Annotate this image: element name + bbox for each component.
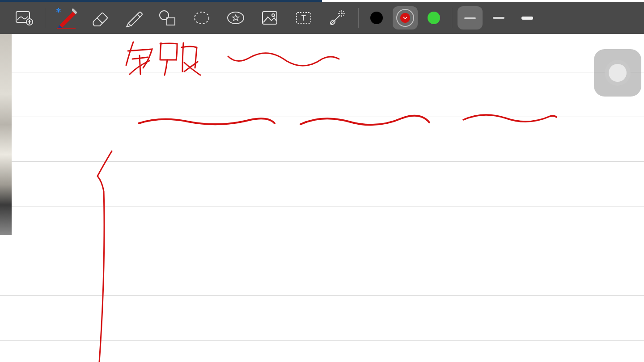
- svg-point-10: [272, 14, 275, 17]
- favorite-tool-icon: [226, 10, 245, 25]
- insert-image-button[interactable]: [9, 4, 39, 32]
- stroke-thick-button[interactable]: [515, 6, 540, 29]
- medium-stroke-icon: [493, 17, 504, 19]
- image-tool-button[interactable]: [254, 4, 285, 32]
- red-swatch-icon: [400, 13, 410, 23]
- svg-text:✻: ✻: [56, 7, 61, 14]
- laser-tool-button[interactable]: [322, 4, 353, 32]
- thin-stroke-icon: [464, 17, 476, 19]
- shape-tool-icon: [158, 9, 178, 27]
- color-black-button[interactable]: [364, 6, 389, 29]
- assistive-touch-button[interactable]: [594, 49, 641, 97]
- svg-line-4: [97, 18, 102, 23]
- insert-image-icon: [15, 10, 33, 25]
- eraser-icon: [90, 9, 110, 27]
- main-toolbar: ✻: [0, 2, 644, 34]
- pen-icon: ✻: [53, 7, 78, 29]
- highlighter-icon: [124, 8, 144, 28]
- svg-point-8: [228, 12, 244, 24]
- green-swatch-icon: [428, 12, 440, 24]
- color-red-button[interactable]: [393, 6, 418, 29]
- toolbar-divider: [45, 8, 45, 28]
- highlighter-tool-button[interactable]: [119, 4, 149, 32]
- text-box-icon: T: [296, 11, 312, 25]
- lasso-icon: [193, 10, 211, 25]
- image-icon: [262, 11, 278, 25]
- thick-stroke-icon: [521, 17, 533, 20]
- drawing-canvas[interactable]: [0, 34, 644, 362]
- ruled-paper-background: [0, 34, 644, 362]
- text-tool-button[interactable]: T: [288, 4, 319, 32]
- top-progress-bar: [0, 0, 322, 2]
- eraser-tool-button[interactable]: [85, 4, 115, 32]
- stroke-thin-button[interactable]: [458, 6, 483, 29]
- pen-tool-button[interactable]: ✻: [51, 4, 81, 32]
- chevron-down-icon: [403, 17, 407, 19]
- lasso-tool-button[interactable]: [186, 4, 217, 32]
- toolbar-divider: [358, 8, 359, 28]
- color-green-button[interactable]: [421, 6, 446, 29]
- stroke-medium-button[interactable]: [486, 6, 511, 29]
- svg-rect-6: [167, 18, 175, 25]
- laser-pointer-icon: [328, 9, 347, 27]
- svg-point-7: [195, 12, 209, 24]
- assistive-touch-icon: [605, 60, 631, 86]
- toolbar-divider: [452, 8, 452, 28]
- stamp-tool-button[interactable]: [220, 4, 251, 32]
- svg-point-14: [341, 13, 343, 14]
- black-swatch-icon: [370, 12, 383, 24]
- svg-rect-3: [57, 28, 76, 29]
- svg-text:T: T: [301, 14, 306, 22]
- page-edge-thumbnail: [0, 34, 12, 235]
- shape-tool-button[interactable]: [153, 4, 183, 32]
